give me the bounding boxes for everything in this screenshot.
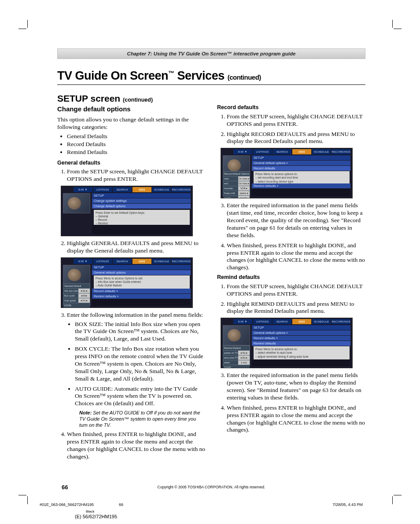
copyright: Copyright © 2005 TOSHIBA CORPORATION. Al… [57,485,365,490]
crop-mark [394,29,402,29]
crop-mark [18,29,26,29]
side-label: recorder [223,186,238,191]
screenshot-body [252,359,350,366]
side-label: when [223,360,238,365]
hint-text: Press Menu to access Options to set: – I… [94,275,190,289]
page-content: Chapter 7: Using the TV Guide On Screen™… [57,48,365,463]
side-panel: General Default Options Info box size◂ N… [63,283,90,306]
tm-symbol: ™ [168,70,174,77]
preview-thumbnail [63,265,90,285]
remind-defaults-heading: Remind defaults [217,274,365,281]
side-value: On time ▸ [238,181,250,186]
tab: SCHEDULE [152,259,171,264]
sub-item: BOX SIZE: The initial Info Box size when… [75,321,206,343]
note-text: Set the AUTO GUIDE to Off if you do not … [79,410,200,428]
panel-bar: Remind defaults » [252,183,350,188]
note: Note: Set the AUTO GUIDE to Off if you d… [79,410,206,428]
footer-model: (E) 56/62/72HM195 [75,514,117,520]
side-label: Remind Default Options [223,346,250,350]
record-defaults-heading: Record defaults [217,104,365,111]
side-value: ◂ No ▸ [78,289,90,293]
side-label: Record Default Options [223,172,250,176]
footer-timestamp: 7/28/05, 4:43 PM [332,502,363,507]
side-value: VCR ▸ [238,186,250,191]
record-steps: Enter the required information in the pa… [217,202,365,271]
tab: LISTINGS [253,149,272,154]
screenshot-body [92,299,191,306]
tab: 8:00 ▼ [233,319,252,324]
setup-heading: SETUP screen (continued) [57,93,206,104]
side-value: ◂ On ▸ [78,298,90,303]
tab: 8:00 ▼ [233,149,252,154]
tab: LISTINGS [93,259,112,264]
tab-selected: $$$$ [133,259,151,264]
panel-bar: General default options » [252,330,350,335]
side-label: Info box size [63,289,78,293]
side-label: DONE [63,303,90,308]
two-column-layout: SETUP screen (continued) Change default … [57,93,365,463]
panel-bar: SETUP [92,193,191,198]
side-panel: Record Default Options startOn time ▸ en… [223,171,250,196]
change-default-heading: Change default options [57,105,206,114]
step: Enter the required information in the pa… [227,202,365,239]
side-value: ◂ No ▸ [238,351,250,355]
hint-text: Press Enter to set Default Option keys; … [94,210,190,227]
remind-steps: From the SETUP screen, highlight CHANGE … [217,283,365,315]
step: When finished, press ENTER to highlight … [67,431,206,461]
category-list: General Defaults Record Defaults Remind … [57,133,206,156]
tab-selected: $$$$ [292,319,311,324]
hint-text: Press Menu to access options to: – selec… [254,346,350,359]
side-label: DONE [223,365,250,368]
tab: LISTINGS [253,319,272,324]
general-steps: From the SETUP screen, highlight CHANGE … [57,168,206,183]
screenshot-tabs: 8:00 ▼ LISTINGS SEARCH $$$$ SCHEDULE REC… [74,259,191,264]
screenshot-body [252,189,350,196]
list-item: Remind Defaults [67,149,206,156]
step: Enter the required information in the pa… [227,372,365,402]
tab: SCHEDULE [312,319,331,324]
step: Enter the following information in the p… [67,311,206,429]
chapter-header: Chapter 7: Using the TV Guide On Screen™… [57,48,365,59]
side-label: start [223,176,238,181]
side-label: General Default Options [63,284,90,288]
step: When finished, press ENTER to highlight … [227,242,365,272]
tab-selected: $$$$ [133,187,151,192]
record-steps: From the SETUP screen, highlight CHANGE … [217,113,365,146]
side-label: end [223,181,238,186]
panel-bar: General default options [92,270,191,275]
step: From the SETUP screen, highlight CHANGE … [227,283,365,298]
side-label: auto tune TV [223,355,238,360]
ui-screenshot-general-defaults: 8:00 ▼ LISTINGS SEARCH $$$$ SCHEDULE REC… [61,257,193,308]
footer-black: Black [86,509,95,514]
side-label: Box cycle [63,293,78,298]
step: From the SETUP screen, highlight CHANGE … [227,113,365,128]
tab: SEARCH [113,259,132,264]
list-item: Record Defaults [67,141,206,148]
side-label: quality [223,196,238,198]
tab: SCHEDULE [312,149,331,154]
crop-mark [27,20,28,28]
crop-mark [392,496,393,504]
panel-bar: SETUP [252,155,350,160]
panel-bar: SETUP [92,265,191,270]
tab: SEARCH [113,187,132,192]
panel-bar: Remind defaults [252,341,350,346]
panel-bar: Record defaults » [92,289,191,293]
title-main: TV Guide On Screen [57,69,168,82]
panel-bar: General default options » [252,161,350,165]
ui-screenshot-change-default: 8:00 ▼ LISTINGS SEARCH $$$$ SCHEDULE REC… [61,186,193,236]
setup-label: SETUP screen [57,93,120,103]
panel-bar: Record defaults » [252,336,350,341]
preview-thumbnail [63,193,90,213]
setup-continued: (continued) [123,97,153,103]
side-value: ◂ All ▸ [78,293,90,298]
side-value: ◂ No ▸ [238,355,250,360]
general-steps: Highlight GENERAL DEFAULTS and press MEN… [57,240,206,255]
step: Highlight GENERAL DEFAULTS and press MEN… [67,240,206,255]
title-continued: (continued) [228,73,261,81]
crop-mark [27,496,28,504]
crop-mark [18,495,26,495]
intro-paragraph: This option allows you to change default… [57,116,206,131]
tab: SEARCH [273,149,291,154]
tab: 8:00 ▼ [74,259,92,264]
